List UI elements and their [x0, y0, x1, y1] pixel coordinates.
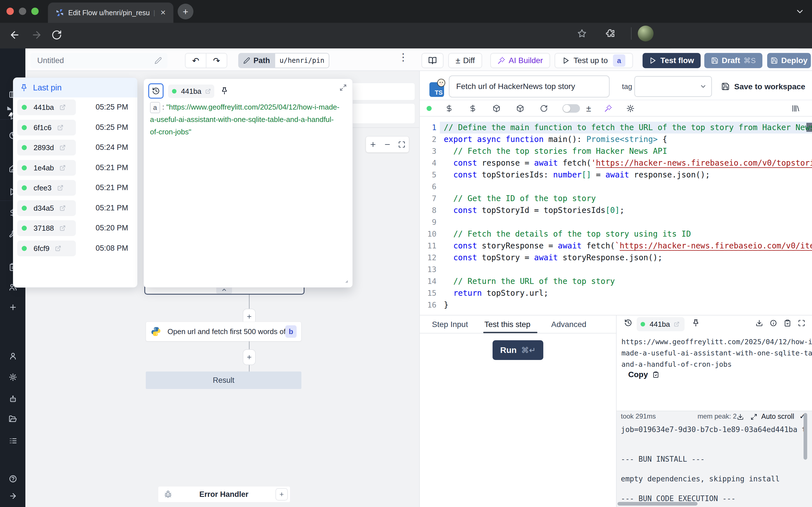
test-up-to-target-badge[interactable]: a: [613, 54, 625, 67]
history-icon[interactable]: [624, 319, 632, 327]
copy-result-button[interactable]: Copy: [628, 370, 659, 379]
external-link-icon[interactable]: [674, 321, 679, 327]
tab-search-chevron-icon[interactable]: [795, 7, 805, 16]
sidebar-create-icon[interactable]: [9, 303, 17, 312]
sidebar-help-icon[interactable]: [9, 474, 17, 483]
pin-row: 6f1c605:25 PM: [13, 120, 137, 135]
test-flow-button[interactable]: Test flow: [643, 53, 701, 68]
more-options-kebab-icon[interactable]: ⋮: [398, 51, 408, 63]
insert-step-button[interactable]: [243, 349, 256, 365]
external-link-icon[interactable]: [57, 185, 63, 191]
draft-button[interactable]: Draft ⌘S: [704, 53, 762, 68]
info-icon[interactable]: [770, 320, 777, 327]
tab-test-this-step[interactable]: Test this step: [485, 320, 530, 329]
pin-chip[interactable]: 441ba: [17, 100, 76, 115]
external-link-icon[interactable]: [59, 165, 66, 171]
resize-handle-icon[interactable]: [342, 277, 349, 283]
profile-avatar[interactable]: [638, 25, 654, 41]
pin-chip[interactable]: d34a5: [17, 200, 76, 216]
sidebar-workers-icon[interactable]: [9, 395, 17, 403]
external-link-icon[interactable]: [59, 104, 66, 110]
expand-icon[interactable]: [340, 84, 347, 91]
pin-id-chip[interactable]: 441ba: [168, 84, 214, 98]
library-icon[interactable]: [792, 104, 800, 113]
flow-node-error-handler[interactable]: Error Handler: [158, 486, 290, 503]
pin-chip[interactable]: 6fcf9: [17, 240, 76, 256]
path-control[interactable]: Path u/henri/pin: [238, 53, 329, 68]
settings-gear-icon[interactable]: [626, 104, 635, 113]
ai-builder-button[interactable]: AI Builder: [490, 53, 550, 68]
resources-icon[interactable]: [469, 105, 477, 112]
external-link-icon[interactable]: [59, 145, 66, 151]
sidebar-collapse-icon[interactable]: [9, 492, 17, 500]
zoom-out-icon[interactable]: [384, 141, 391, 148]
pin-chip[interactable]: 1e4ab: [17, 160, 76, 176]
horizontal-scrollbar[interactable]: [617, 502, 698, 506]
code-editor[interactable]: // Define the main function to fetch the…: [444, 122, 812, 311]
vertical-scrollbar[interactable]: [804, 413, 807, 460]
pin-chip[interactable]: 37188: [17, 220, 76, 236]
ai-wand-icon[interactable]: [604, 105, 612, 112]
variables-icon[interactable]: [445, 105, 453, 112]
step-summary-input[interactable]: Fetch url of HackerNews top story: [449, 75, 610, 98]
undo-icon[interactable]: ↶: [186, 56, 206, 66]
flow-name-field[interactable]: Untitled: [31, 53, 167, 68]
pin-icon[interactable]: [220, 87, 229, 95]
zoom-in-icon[interactable]: [369, 141, 377, 148]
flow-node-python[interactable]: Open url and fetch first 500 words of ..…: [146, 322, 301, 341]
pin-icon[interactable]: [692, 319, 700, 327]
toggle-switch[interactable]: [562, 104, 580, 113]
flow-node-result[interactable]: Result: [146, 372, 301, 389]
download-icon[interactable]: [756, 320, 763, 327]
reload-icon[interactable]: [51, 30, 62, 40]
run-button[interactable]: Run ⌘↵: [493, 340, 543, 360]
docs-button[interactable]: [421, 53, 444, 68]
tab-close-icon[interactable]: ✕: [160, 9, 166, 17]
path-label-segment[interactable]: Path: [238, 53, 275, 68]
tag-select[interactable]: [635, 76, 712, 97]
history-toggle-button[interactable]: [148, 83, 163, 99]
window-zoom-button[interactable]: [31, 8, 39, 15]
extensions-icon[interactable]: [605, 29, 615, 39]
sidebar-audit-logs-icon[interactable]: [9, 437, 17, 445]
external-link-icon[interactable]: [59, 205, 66, 211]
tab-step-input[interactable]: Step Input: [432, 320, 468, 329]
forward-icon[interactable]: [31, 29, 42, 41]
result-pin-chip[interactable]: 441ba: [637, 317, 684, 331]
window-minimize-button[interactable]: [19, 8, 26, 15]
sidebar-folders-icon[interactable]: [9, 415, 17, 424]
dependencies-icon[interactable]: [493, 105, 500, 112]
new-tab-button[interactable]: +: [177, 4, 193, 19]
browser-tab[interactable]: Edit Flow u/henri/pin_results | ✕: [48, 3, 173, 23]
clipboard-icon[interactable]: [784, 320, 791, 327]
bookmark-star-icon[interactable]: [577, 29, 587, 39]
expand-logs-icon[interactable]: [751, 413, 757, 420]
external-link-icon[interactable]: [57, 124, 63, 131]
external-link-icon[interactable]: [205, 89, 211, 94]
diff-button[interactable]: ± Diff: [448, 53, 482, 68]
back-icon[interactable]: [9, 29, 20, 41]
download-logs-icon[interactable]: [737, 413, 744, 420]
lockfile-icon[interactable]: [516, 105, 524, 112]
pin-chip[interactable]: cfee3: [17, 180, 76, 196]
external-link-icon[interactable]: [55, 245, 61, 251]
fullscreen-icon[interactable]: [798, 320, 805, 327]
external-link-icon[interactable]: [59, 225, 66, 231]
last-pin-header[interactable]: Last pin: [13, 78, 137, 98]
rename-pencil-icon[interactable]: [154, 57, 162, 64]
sidebar-account-icon[interactable]: [9, 352, 17, 360]
diff-icon[interactable]: ±: [586, 103, 591, 114]
test-up-to-button[interactable]: Test up to a: [555, 53, 633, 68]
pin-chip[interactable]: 6f1c6: [17, 120, 76, 135]
path-value[interactable]: u/henri/pin: [275, 53, 329, 68]
deploy-button[interactable]: Deploy: [767, 53, 811, 68]
fit-view-icon[interactable]: [398, 141, 405, 148]
tab-advanced[interactable]: Advanced: [551, 320, 587, 329]
pin-chip[interactable]: 2893d: [17, 140, 76, 156]
window-close-button[interactable]: [6, 8, 14, 15]
add-error-handler-button[interactable]: [275, 488, 288, 501]
reset-icon[interactable]: [540, 105, 548, 112]
sidebar-settings-icon[interactable]: [9, 373, 17, 381]
redo-icon[interactable]: ↷: [206, 56, 227, 66]
save-to-workspace-label[interactable]: Save to workspace: [734, 82, 805, 91]
